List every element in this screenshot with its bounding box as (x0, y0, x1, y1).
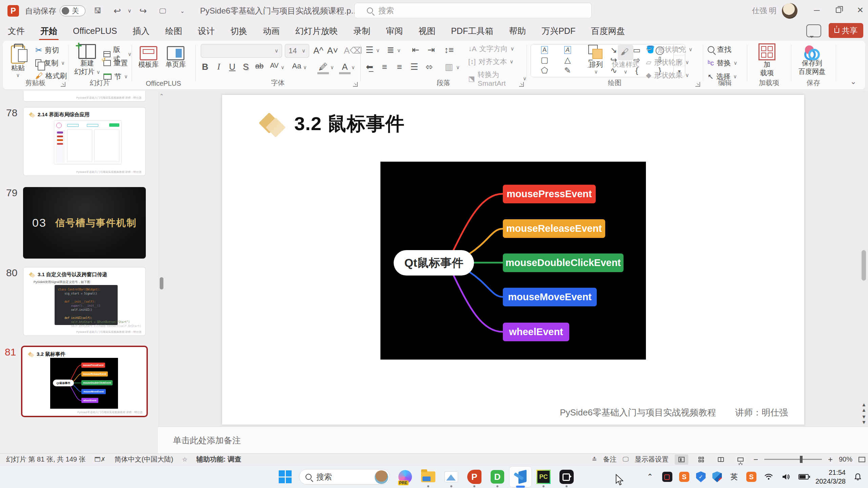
powerpoint-icon[interactable]: P (467, 469, 482, 485)
font-size-combo[interactable]: 14∨ (285, 44, 309, 58)
tab-insert[interactable]: 插入 (132, 23, 150, 39)
bullets-button[interactable]: ☰ (364, 45, 375, 55)
notes-pane[interactable]: 单击此处添加备注 (158, 426, 868, 453)
single-page-library-button[interactable]: 单页库 (165, 46, 186, 69)
shape-fill-button[interactable]: 🪣形状填充∨ (646, 45, 692, 54)
numbering-button[interactable]: ≣ (385, 45, 396, 55)
character-spacing-button[interactable]: AV (269, 62, 280, 69)
tab-draw[interactable]: 绘图 (164, 23, 183, 39)
bold-button[interactable]: B (199, 62, 211, 72)
quick-styles-button[interactable]: 快速样式∨ (612, 45, 639, 75)
tab-view[interactable]: 视图 (418, 23, 436, 39)
font-name-combo[interactable]: ∨ (201, 44, 282, 58)
tab-animations[interactable]: 动画 (262, 23, 280, 39)
thumbnail-slide-77-partial[interactable]: PySide6零基础入门与项目实战视频教程 讲师：明仕强 (23, 91, 146, 102)
language-indicator[interactable]: 简体中文(中国大陆) (115, 455, 173, 464)
preview-button[interactable]: 🖵 (155, 3, 170, 18)
tab-slideshow[interactable]: 幻灯片放映 (295, 23, 338, 39)
canvas-scrollbar[interactable]: ▲▲ ▼▼ (861, 91, 867, 426)
tray-obs-icon[interactable] (662, 472, 672, 482)
align-right-button[interactable]: ≡ (394, 62, 405, 72)
decrease-indent-button[interactable]: ⇤ (410, 45, 421, 55)
clipboard-dialog-launcher[interactable] (61, 82, 65, 87)
clear-formatting-button[interactable]: A⌫ (344, 45, 355, 56)
thumbnail-slide-79[interactable]: 03 信号槽与事件机制 (23, 187, 146, 259)
slideshow-view-button[interactable] (734, 454, 747, 465)
zoom-slider-thumb[interactable] (800, 456, 803, 463)
save-button[interactable]: 🖫 (90, 3, 105, 18)
obs-icon[interactable] (559, 469, 574, 485)
tab-pdf-toolbox[interactable]: PDF工具箱 (450, 23, 494, 39)
tray-defender-icon[interactable]: ✕ (712, 471, 722, 482)
tray-sogou2-icon[interactable]: S (746, 472, 756, 482)
slide-sorter-view-button[interactable] (694, 454, 708, 465)
font-dialog-launcher[interactable] (353, 82, 358, 87)
shape-outline-button[interactable]: ▱形状轮廓∨ (646, 58, 689, 67)
italic-button[interactable]: I (213, 62, 224, 72)
user-name[interactable]: 仕强 明 (752, 0, 776, 22)
start-button[interactable] (279, 470, 292, 483)
wifi-icon[interactable] (763, 471, 774, 482)
font-color-button[interactable]: A (339, 62, 351, 74)
tab-design[interactable]: 设计 (197, 23, 215, 39)
minimize-button[interactable]: ─ (806, 0, 827, 20)
slide-title-block[interactable]: 3.2 鼠标事件 (261, 111, 405, 137)
chevron-down-icon[interactable]: ∨ (376, 47, 380, 54)
chevron-down-icon[interactable]: ∨ (456, 64, 460, 70)
thumbnail-slide-81-selected[interactable]: 3.2 鼠标事件 Qt鼠标事件 mousePressEvent mouseRel… (21, 346, 148, 417)
addins-button[interactable]: 加载项 (758, 43, 775, 77)
grow-font-button[interactable]: A^ (313, 45, 324, 56)
tab-officeplus[interactable]: OfficePLUS (72, 24, 118, 38)
reading-view-button[interactable] (714, 454, 728, 465)
close-button[interactable]: ✕ (850, 0, 868, 20)
justify-button[interactable]: ☰ (409, 62, 420, 72)
tab-review[interactable]: 审阅 (385, 23, 403, 39)
tab-help[interactable]: 帮助 (508, 23, 527, 39)
chevron-down-icon[interactable]: ∨ (303, 64, 307, 70)
zoom-in-button[interactable]: + (828, 455, 833, 464)
fit-to-window-button[interactable] (859, 457, 865, 462)
save-to-baidu-button[interactable]: 保存到百度网盘 (798, 44, 826, 76)
avatar[interactable] (782, 3, 797, 19)
clock[interactable]: 21:54 2024/3/28 (815, 468, 846, 486)
mindmap-image[interactable]: Qt鼠标事件 mousePressEvent mouseReleaseEvent… (380, 162, 646, 360)
thumbnail-slide-80[interactable]: 3.1 自定义信号以及跨窗口传递 PySide6使用Signal类自定义信号，如… (23, 267, 146, 336)
restore-button[interactable] (828, 0, 849, 20)
file-explorer-icon[interactable] (420, 469, 436, 485)
volume-icon[interactable] (781, 471, 792, 482)
ime-indicator[interactable]: 英 (729, 471, 739, 482)
photos-icon[interactable] (443, 469, 459, 485)
vscode-icon[interactable] (513, 469, 528, 485)
taskbar-search[interactable]: 搜索 (299, 469, 390, 485)
align-text-button[interactable]: [↕]对齐文本∨ (468, 57, 513, 66)
previous-slide-button[interactable]: ▲▲ (861, 402, 867, 413)
replace-button[interactable]: ᵇc替换∨ (708, 58, 737, 68)
quick-access-overflow[interactable]: ⌄ (175, 3, 190, 18)
shrink-font-button[interactable]: A˅ (327, 45, 338, 56)
notification-bell-icon[interactable] (852, 471, 863, 482)
line-spacing-button[interactable]: ↕≡ (443, 45, 455, 55)
text-shadow-button[interactable]: S (240, 62, 252, 72)
zoom-level[interactable]: 90% (839, 455, 852, 463)
accessibility-status[interactable]: 辅助功能: 调查 (196, 455, 241, 464)
template-library-button[interactable]: 模板库 (138, 46, 159, 69)
autosave-toggle[interactable]: 关 (60, 5, 85, 16)
tray-pc-manager-icon[interactable]: ✓ (696, 471, 706, 482)
strikethrough-button[interactable]: ab (254, 62, 265, 70)
share-button[interactable]: 共享 (829, 23, 863, 38)
tab-record[interactable]: 录制 (353, 23, 371, 39)
increase-indent-button[interactable]: ⇥ (426, 45, 437, 55)
cut-button[interactable]: ✂剪切 (35, 45, 59, 55)
tab-transitions[interactable]: 切换 (230, 23, 248, 39)
tab-file[interactable]: 文件 (7, 23, 25, 39)
thumbnail-slide-78[interactable]: 2.14 界面布局综合应用 PySide6零基础入门与项目实战视频教程 讲师：明… (23, 107, 146, 176)
chevron-down-icon[interactable]: ∨ (281, 64, 284, 70)
tray-expand-icon[interactable]: ⌃ (645, 471, 655, 482)
new-slide-button[interactable]: 新建 幻灯片 ∨ (74, 44, 100, 76)
change-case-button[interactable]: Aa (291, 62, 302, 70)
find-button[interactable]: 查找 (708, 45, 731, 54)
normal-view-button[interactable] (675, 454, 688, 465)
align-left-button[interactable]: ⬅̲ (364, 62, 375, 72)
zoom-out-button[interactable]: − (753, 455, 758, 464)
display-settings-button[interactable]: 显示器设置 (635, 455, 669, 464)
